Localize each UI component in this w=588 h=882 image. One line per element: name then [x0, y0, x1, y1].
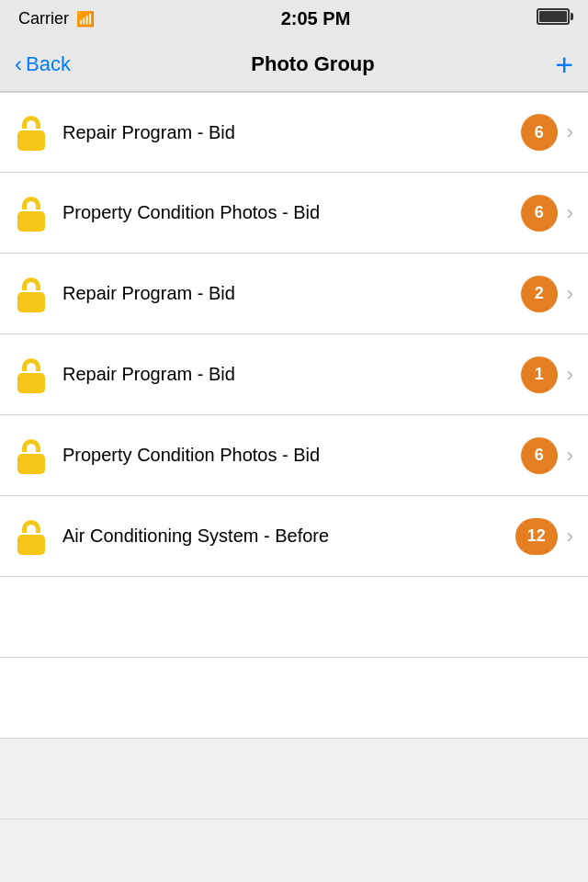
- status-bar: Carrier 📶 2:05 PM: [0, 0, 588, 37]
- empty-separator: [0, 739, 588, 820]
- count-badge: 2: [521, 276, 558, 312]
- item-label: Property Condition Photos - Bid: [62, 445, 521, 466]
- carrier-label: Carrier: [18, 9, 69, 28]
- status-left: Carrier 📶: [18, 9, 95, 28]
- item-label: Repair Program - Bid: [62, 122, 521, 143]
- lock-icon: [15, 276, 48, 312]
- chevron-right-icon: ›: [567, 444, 573, 468]
- lock-icon: [15, 356, 48, 393]
- list-item[interactable]: Repair Program - Bid6›: [0, 92, 588, 173]
- item-label: Air Conditioning System - Before: [62, 526, 515, 547]
- add-button[interactable]: +: [555, 49, 573, 80]
- wifi-icon: 📶: [76, 10, 95, 28]
- lock-icon: [15, 518, 48, 555]
- nav-bar: ‹ Back Photo Group +: [0, 37, 588, 92]
- lock-icon: [15, 114, 48, 151]
- chevron-right-icon: ›: [567, 120, 573, 144]
- list-item[interactable]: Air Conditioning System - Before12›: [0, 496, 588, 577]
- count-badge: 6: [521, 114, 558, 151]
- item-label: Property Condition Photos - Bid: [62, 202, 521, 223]
- back-chevron-icon: ‹: [15, 53, 22, 75]
- chevron-right-icon: ›: [567, 363, 573, 387]
- lock-icon: [15, 437, 48, 474]
- status-time: 2:05 PM: [281, 8, 351, 29]
- photo-group-list: Repair Program - Bid6› Property Conditio…: [0, 92, 588, 577]
- empty-row-2: [0, 658, 588, 739]
- list-item[interactable]: Repair Program - Bid2›: [0, 254, 588, 334]
- battery-icon: [537, 8, 570, 29]
- list-item[interactable]: Property Condition Photos - Bid6›: [0, 415, 588, 496]
- count-badge: 12: [515, 518, 558, 555]
- item-label: Repair Program - Bid: [62, 283, 521, 304]
- chevron-right-icon: ›: [567, 525, 573, 548]
- count-badge: 6: [521, 195, 558, 232]
- page-title: Photo Group: [251, 52, 374, 76]
- empty-row-1: [0, 577, 588, 658]
- back-label: Back: [26, 52, 71, 76]
- count-badge: 1: [521, 356, 558, 393]
- chevron-right-icon: ›: [567, 282, 573, 306]
- lock-icon: [15, 195, 48, 232]
- list-item[interactable]: Property Condition Photos - Bid6›: [0, 173, 588, 254]
- count-badge: 6: [521, 437, 558, 474]
- back-button[interactable]: ‹ Back: [15, 52, 71, 76]
- item-label: Repair Program - Bid: [62, 364, 521, 385]
- chevron-right-icon: ›: [567, 201, 573, 225]
- list-item[interactable]: Repair Program - Bid1›: [0, 334, 588, 415]
